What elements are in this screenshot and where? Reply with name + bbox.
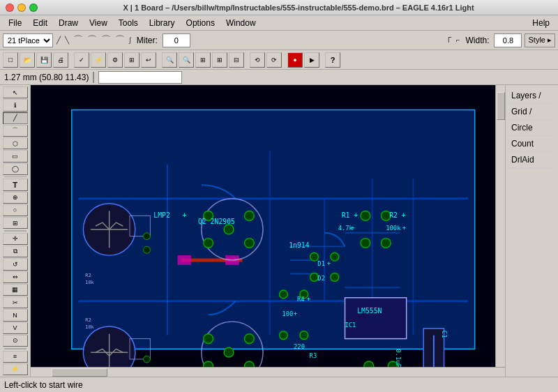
coordinates: 1.27 mm (50.80 11.43) [4,73,89,82]
lt-name[interactable]: N [3,309,28,321]
draw-line2[interactable]: ╲ [64,36,70,44]
draw-arc1[interactable]: ⌒ [73,34,84,47]
lt-select[interactable]: ↖ [3,86,28,98]
pcb-canvas-area[interactable]: LMP2 + Q2 2N2905 R1 + R2 + 4.7k + 100k +… [31,85,495,367]
lt-value[interactable]: V [3,322,28,334]
lt-rotate[interactable]: ↺ [3,258,28,270]
window-title: X | 1 Board – /Users/billw/tmp/Instructa… [45,3,552,12]
lt-info[interactable]: ℹ [3,99,28,111]
tb-zoom-fit[interactable]: ⊞ [195,52,211,68]
style-button[interactable]: Style ▸ [525,33,555,47]
draw-line[interactable]: ╱ [56,36,61,44]
draw-corner1[interactable]: Γ [447,36,453,44]
tb-zoom-out[interactable]: 🔍 [179,52,194,68]
svg-point-36 [245,334,255,344]
draw-arc4[interactable]: ⌒ [114,34,126,47]
command-input[interactable] [98,71,182,84]
lt-smash[interactable]: ⊙ [3,335,28,347]
menu-edit[interactable]: Edit [27,17,53,29]
draw-arc2[interactable]: ⌒ [86,34,98,47]
menu-tools[interactable]: Tools [113,17,144,29]
tb-erc[interactable]: ⚡ [91,52,106,68]
tb-route[interactable]: ⊞ [124,52,140,68]
svg-point-56 [144,356,151,363]
lt-hole[interactable]: ○ [3,204,28,216]
menubar: File Edit Draw View Tools Library Option… [0,15,558,31]
svg-point-50 [364,361,374,367]
draw-spline[interactable]: ∫ [128,36,132,44]
menu-help[interactable]: Help [527,17,555,29]
tb-save[interactable]: 💾 [36,52,52,68]
menu-draw[interactable]: Draw [53,17,84,29]
lt-rect[interactable]: ▭ [3,150,28,162]
tb-zoom-in[interactable]: 🔍 [162,52,177,68]
pcb-canvas[interactable]: LMP2 + Q2 2N2905 R1 + R2 + 4.7k + 100k +… [31,85,495,367]
minimize-button[interactable] [17,3,26,12]
lt-wire[interactable]: ╱ [3,112,28,124]
menu-options[interactable]: Options [181,17,220,29]
miter-input[interactable] [163,33,190,47]
vertical-scroll-thumb[interactable] [497,92,505,120]
tb-print[interactable]: 🖨 [53,52,68,68]
tb-help[interactable]: ? [325,52,340,68]
lt-via[interactable]: ⊕ [3,192,28,204]
close-button[interactable] [6,3,14,12]
svg-point-55 [144,246,151,253]
svg-point-39 [331,252,339,261]
width-input[interactable] [494,33,522,47]
svg-point-35 [224,347,234,357]
horizontal-scrollbar[interactable] [31,367,505,377]
tb-drc[interactable]: ✓ [74,52,89,68]
layer-select[interactable]: 21 tPlace [3,33,53,47]
svg-point-30 [224,225,234,234]
lt-move[interactable]: ✛ [3,233,28,245]
lt-arc[interactable]: ⌒ [3,125,28,137]
svg-text:C1: C1 [441,331,448,338]
lt-group[interactable]: ▦ [3,284,28,296]
tb-run[interactable]: ▶ [304,52,319,68]
right-panel-circle[interactable]: Circle [507,120,557,136]
maximize-button[interactable] [29,3,38,12]
lt-circle[interactable]: ◯ [3,163,28,175]
svg-text:+: + [327,260,331,267]
lt-text[interactable]: T [3,179,28,190]
statusbar: Left-click to start wire [0,377,558,392]
lt-mirror[interactable]: ⇔ [3,271,28,283]
lt-ratsnest[interactable]: ≡ [3,351,28,363]
svg-point-34 [204,361,213,367]
horizontal-scroll-thumb[interactable] [52,368,107,377]
draw-corner2[interactable]: ⌐ [455,36,461,44]
right-panel-drlaid[interactable]: DrlAid [507,152,557,168]
right-panel-count[interactable]: Count [507,136,557,152]
draw-arc3[interactable]: ⌒ [100,34,112,47]
svg-point-41 [331,273,339,282]
right-panel-grid[interactable]: Grid / [507,104,557,120]
tb-redo[interactable]: ⟳ [266,52,282,68]
window-controls[interactable] [6,3,38,12]
lt-pad[interactable]: ⊞ [3,217,28,229]
svg-text:100: 100 [282,310,293,317]
menu-library[interactable]: Library [144,17,181,29]
menu-view[interactable]: View [84,17,113,29]
tb-zoom-sel[interactable]: ⊞ [212,52,227,68]
svg-point-54 [144,233,151,240]
svg-rect-15 [178,255,192,265]
tb-cam[interactable]: ⚙ [107,52,123,68]
tb-open[interactable]: 📂 [20,52,35,68]
lt-copy[interactable]: ⧉ [3,246,28,257]
svg-text:10k: 10k [85,280,94,285]
menu-window[interactable]: Window [220,17,262,29]
menu-file[interactable]: File [3,17,27,29]
tb-stop[interactable]: ● [287,52,303,68]
tb-zoom-prev[interactable]: ⊟ [229,52,244,68]
lt-delete[interactable]: ✂ [3,296,28,308]
lt-autoroute[interactable]: ⚡ [3,363,28,375]
svg-text:+: + [307,296,310,303]
right-panel-layers[interactable]: Layers / [507,88,557,104]
vertical-scrollbar[interactable] [495,85,505,367]
tb-new[interactable]: □ [3,52,18,68]
main-area: ↖ ℹ ╱ ⌒ ⬡ ▭ ◯ T ⊕ ○ ⊞ ✛ ⧉ ↺ ⇔ ▦ ✂ N V ⊙ … [0,85,558,377]
lt-poly[interactable]: ⬡ [3,137,28,149]
tb-ripup[interactable]: ↩ [141,52,156,68]
tb-undo[interactable]: ⟲ [250,52,265,68]
